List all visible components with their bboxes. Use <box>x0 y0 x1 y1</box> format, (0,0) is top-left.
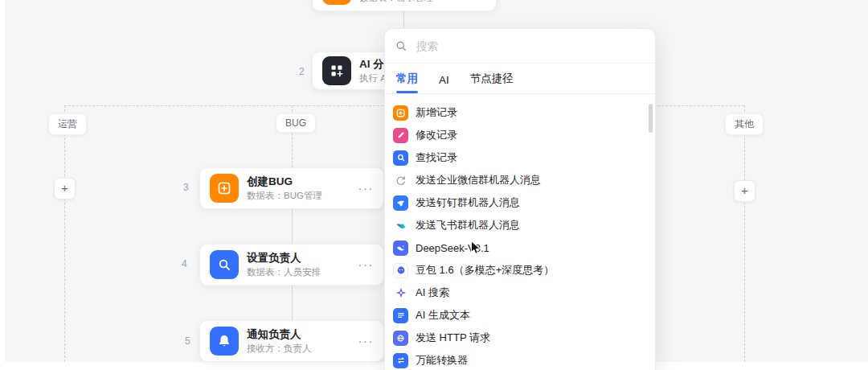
branch-line-right <box>744 105 745 362</box>
node-index: 4 <box>182 258 187 269</box>
list-item-deepseek[interactable]: DeepSeek-V3.1 <box>393 236 655 259</box>
add-record-icon <box>393 105 408 121</box>
node-index: 3 <box>183 182 189 193</box>
tab-common[interactable]: 常用 <box>396 72 418 93</box>
list-item-label: 万能转换器 <box>416 353 468 368</box>
edit-record-icon <box>393 128 408 143</box>
list-item-label: 发送钉钉群机器人消息 <box>416 195 520 210</box>
branch-label-operations[interactable]: 运营 <box>48 113 87 135</box>
node-subtitle: 数据表：BUG管理 <box>247 190 322 202</box>
node-card-create-bug[interactable]: 创建BUG 数据表：BUG管理 ··· <box>199 167 384 209</box>
list-item-label: 查找记录 <box>416 150 457 165</box>
search-icon <box>395 39 407 52</box>
node-menu-button[interactable]: ··· <box>358 337 375 345</box>
node-picker-popup: 常用 AI 节点捷径 新增记录 修改记录 查找记录 <box>384 28 656 370</box>
node-card-notify-assignee[interactable]: 通知负责人 接收方：负责人 ··· <box>199 320 384 362</box>
workflow-canvas: 数据表：需求管理 2 AI 分类 执行 AI 判断 运营 BUG 其他 + + … <box>0 0 868 370</box>
tab-node-shortcuts[interactable]: 节点捷径 <box>470 72 514 93</box>
node-menu-button[interactable]: ··· <box>358 184 375 192</box>
list-item-label: 发送飞书群机器人消息 <box>416 218 520 232</box>
list-item-add-record[interactable]: 新增记录 <box>393 101 655 124</box>
find-record-icon <box>393 150 408 166</box>
record-trigger-icon <box>322 0 351 5</box>
add-node-button-right[interactable]: + <box>734 180 755 202</box>
node-card-trigger[interactable]: 数据表：需求管理 <box>312 0 497 11</box>
connector-mid-2 <box>292 286 293 320</box>
node-title: 设置负责人 <box>247 251 321 265</box>
node-title: 通知负责人 <box>247 327 312 341</box>
connector-mid-1 <box>292 209 293 244</box>
list-item-feishu-bot[interactable]: 发送飞书群机器人消息 <box>393 214 655 236</box>
ai-search-icon <box>393 286 408 301</box>
node-card-set-assignee[interactable]: 设置负责人 数据表：人员安排 ··· <box>199 244 384 286</box>
list-item-label: AI 生成文本 <box>416 308 470 323</box>
tab-ai[interactable]: AI <box>439 74 449 93</box>
search-input[interactable] <box>415 39 645 53</box>
node-title: 创建BUG <box>247 175 322 188</box>
node-subtitle: 数据表：人员安排 <box>247 266 321 278</box>
branch-label-other[interactable]: 其他 <box>725 113 764 135</box>
converter-icon <box>393 353 408 368</box>
list-item-http-request[interactable]: 发送 HTTP 请求 <box>393 327 655 349</box>
list-item-label: 发送 HTTP 请求 <box>416 331 490 345</box>
feishu-bot-icon <box>393 218 408 233</box>
page-margin-left <box>0 0 5 370</box>
list-item-wecom-bot[interactable]: 发送企业微信群机器人消息 <box>393 169 655 191</box>
add-node-button-left[interactable]: + <box>54 178 76 199</box>
doubao-icon <box>393 263 408 278</box>
node-menu-button[interactable]: ··· <box>358 261 375 269</box>
list-item-label: 修改记录 <box>416 128 457 142</box>
node-option-list: 新增记录 修改记录 查找记录 发送企业微信群机器人消息 <box>385 94 655 370</box>
dingtalk-bot-icon <box>393 195 408 211</box>
node-index: 5 <box>185 335 190 347</box>
node-subtitle: 接收方：负责人 <box>247 343 312 355</box>
list-item-ai-search[interactable]: AI 搜索 <box>393 282 655 304</box>
list-item-edit-record[interactable]: 修改记录 <box>393 124 655 146</box>
list-item-dingtalk-bot[interactable]: 发送钉钉群机器人消息 <box>393 191 655 214</box>
list-item-find-record[interactable]: 查找记录 <box>393 146 655 169</box>
wecom-bot-icon <box>393 173 408 188</box>
list-item-ai-generate-text[interactable]: AI 生成文本 <box>393 304 655 327</box>
list-item-label: 豆包 1.6（多模态+深度思考） <box>416 263 554 278</box>
search-bar[interactable] <box>385 29 655 64</box>
popup-tabs: 常用 AI 节点捷径 <box>385 64 655 94</box>
popup-scrollbar[interactable] <box>649 104 653 133</box>
list-item-converter[interactable]: 万能转换器 <box>393 349 655 370</box>
mouse-cursor <box>470 240 482 259</box>
deepseek-icon <box>393 240 408 256</box>
list-item-doubao[interactable]: 豆包 1.6（多模态+深度思考） <box>393 259 655 282</box>
node-index: 2 <box>299 66 305 77</box>
bell-icon <box>210 327 239 356</box>
list-item-label: AI 搜索 <box>416 286 449 300</box>
find-record-icon <box>210 250 239 279</box>
branch-label-bug[interactable]: BUG <box>276 113 316 133</box>
ai-text-icon <box>393 308 408 323</box>
list-item-label: 发送企业微信群机器人消息 <box>416 173 541 187</box>
list-item-label: 新增记录 <box>416 105 457 120</box>
http-request-icon <box>393 331 408 346</box>
branch-line-left <box>64 105 65 362</box>
node-subtitle: 数据表：需求管理 <box>359 0 433 4</box>
ai-classify-icon <box>322 56 351 85</box>
create-record-icon <box>210 174 239 203</box>
